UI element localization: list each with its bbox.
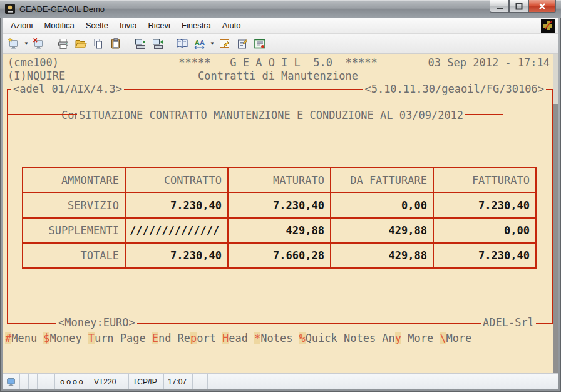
table-row: SERVIZIO 7.230,40 7.230,40 0,00 7.230,40	[23, 193, 536, 218]
screen-subtitle: Contratti di Manutenzione	[198, 70, 358, 82]
close-icon	[538, 3, 546, 10]
led-indicator-cell: oooo	[55, 374, 90, 389]
menu-invia[interactable]: Invia	[114, 18, 142, 33]
connect-icon	[8, 38, 20, 50]
table-row: TOTALE 7.230,40 7.660,28 429,88 7.230,40	[23, 243, 536, 268]
cell-value: 0,00	[331, 193, 433, 218]
disconnect-button[interactable]	[30, 36, 48, 52]
app-icon	[5, 4, 15, 14]
clock-cell: 17:07	[164, 374, 193, 389]
fkey-quick-notes: %Quick_Notes	[299, 332, 376, 345]
print-button[interactable]	[54, 36, 72, 52]
toolbar-separator	[170, 37, 170, 51]
paste-button[interactable]	[107, 36, 125, 52]
menu-finestra[interactable]: Finestra	[176, 18, 217, 33]
print-icon	[57, 38, 69, 50]
connect-button[interactable]	[5, 36, 23, 52]
row-label: TOTALE	[23, 243, 125, 268]
fkey-report: Report	[178, 332, 216, 345]
fonts-icon: A A	[193, 38, 206, 50]
header-maturato: MATURATO	[228, 168, 331, 193]
terminal-subtitle-line: Contratti di Manutenzione	[3, 70, 553, 83]
receive-file-button[interactable]	[149, 36, 167, 52]
cell-value: 0,00	[433, 218, 536, 243]
certificate-icon	[254, 38, 266, 50]
fkey-money: $Money	[43, 332, 81, 345]
open-file-button[interactable]	[72, 36, 90, 52]
cell-value: 7.230,40	[433, 193, 536, 218]
terminal-type-cell: VT220	[90, 374, 129, 389]
cell-value: 7.230,40	[125, 193, 228, 218]
protocol: TCP/IP	[133, 378, 157, 386]
copy-icon	[92, 38, 105, 50]
menu-scelte[interactable]: Scelte	[80, 18, 114, 33]
toolbar-separator	[128, 37, 128, 51]
menu-ricevi[interactable]: Ricevi	[142, 18, 175, 33]
fonts-button[interactable]: A A	[191, 36, 208, 52]
session-tag: <5.10.11.30/geaoil/FG/30106>	[363, 83, 546, 96]
company-tag: ADEL-Srl	[481, 316, 536, 329]
mode-indicator: (I)NQUIRE	[8, 70, 65, 83]
terminal-screen[interactable]: ***** G E A O I L 5.0 ***** (cme100) 03 …	[3, 54, 558, 373]
menu-azioni[interactable]: Azioni	[5, 18, 38, 33]
certificate-button[interactable]	[251, 36, 269, 52]
fkey-menu: #Menu	[5, 332, 37, 345]
minimize-button[interactable]	[490, 0, 509, 13]
fkey-notes: *Notes	[254, 332, 292, 345]
toolbar: ▼	[3, 34, 558, 54]
cell-value: 429,88	[228, 218, 331, 243]
toolbar-separator	[51, 37, 51, 51]
plugin-status-icon	[541, 19, 555, 33]
receive-file-icon	[152, 38, 164, 50]
scrollbar-thumb[interactable]	[553, 104, 558, 373]
header-da-fatturare: DA FATTURARE	[331, 168, 433, 193]
minimize-icon	[496, 3, 503, 10]
status-cell-empty	[29, 374, 38, 389]
send-file-button[interactable]	[131, 36, 149, 52]
status-cell-empty	[20, 374, 29, 389]
table-header-row: AMMONTARE CONTRATTO MATURATO DA FATTURAR…	[23, 168, 536, 193]
svg-text:A: A	[195, 39, 200, 46]
maximize-button[interactable]	[509, 0, 528, 13]
session-monitor-icon	[6, 377, 16, 387]
menu-bar: Azioni Modifica Scelte Invia Ricevi Fine…	[3, 18, 558, 34]
fkey-head: Head	[222, 332, 248, 345]
client-area: Azioni Modifica Scelte Invia Ricevi Fine…	[3, 18, 558, 389]
fonts-dropdown-arrow[interactable]: ▼	[208, 36, 216, 52]
notes-button[interactable]	[234, 36, 251, 52]
cell-value: 429,88	[331, 243, 433, 268]
menu-aiuto[interactable]: Aiuto	[217, 18, 247, 33]
terminal-datetime: 03 Sep 2012 - 17:14	[428, 56, 550, 70]
function-key-bar: #Menu $Money Turn_Page End Report Head *…	[5, 332, 471, 345]
terminal-type: VT220	[94, 378, 116, 386]
protocol-cell: TCP/IP	[129, 374, 164, 389]
app-window: GEADE-GEAOIL Demo Azioni Modifica Scelte…	[0, 0, 561, 392]
fkey-any-more: Any_More	[382, 332, 433, 345]
program-id: (cme100)	[8, 56, 59, 70]
edit-screen-button[interactable]	[216, 36, 234, 52]
connection-status-cell	[3, 374, 20, 389]
status-bar: oooo VT220 TCP/IP 17:07	[3, 373, 558, 389]
cell-value: 7.660,28	[228, 243, 331, 268]
fkey-more: \More	[440, 332, 471, 345]
row-label: SERVIZIO	[23, 193, 125, 218]
book-button[interactable]	[173, 36, 191, 52]
table-row: SUPPLEMENTI ////////////// 429,88 429,88…	[23, 218, 536, 243]
amounts-table: AMMONTARE CONTRATTO MATURATO DA FATTURAR…	[22, 167, 537, 269]
menu-modifica[interactable]: Modifica	[38, 18, 80, 33]
notes-icon	[236, 38, 249, 50]
header-ammontare: AMMONTARE	[23, 168, 125, 193]
money-tag: <Money:EURO>	[56, 316, 137, 329]
vertical-scrollbar[interactable]	[553, 54, 558, 373]
send-file-icon	[134, 38, 147, 50]
copy-button[interactable]	[90, 36, 107, 52]
status-cell-empty	[38, 374, 46, 389]
host-tag: <adel_01/AIX/4.3>	[11, 83, 124, 96]
connect-dropdown-arrow[interactable]: ▼	[23, 36, 30, 52]
header-fatturato: FATTURATO	[433, 168, 536, 193]
clock: 17:07	[168, 378, 187, 386]
close-button[interactable]	[528, 0, 556, 13]
status-cell-fill	[208, 374, 558, 389]
svg-text:A: A	[200, 39, 205, 46]
window-title: GEADE-GEAOIL Demo	[19, 4, 105, 14]
